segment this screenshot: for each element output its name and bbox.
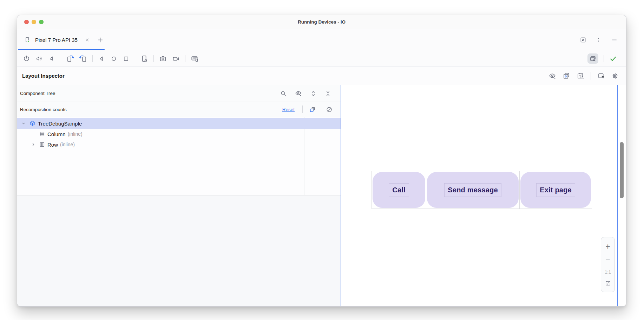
exit-page-button-label: Exit page: [536, 183, 575, 197]
component-tree-header: Component Tree: [17, 85, 341, 102]
close-window-button[interactable]: [24, 20, 29, 24]
toolbar-separator: [61, 55, 61, 62]
call-button-label: Call: [389, 183, 409, 197]
send-message-button[interactable]: Send message: [427, 172, 519, 208]
zoom-window-button[interactable]: [39, 20, 44, 24]
clear-counts-icon[interactable]: [326, 106, 333, 113]
search-icon[interactable]: [280, 90, 287, 97]
tree-node-column[interactable]: Column (inline): [17, 129, 341, 139]
title-bar: Running Devices - IO: [17, 15, 626, 29]
new-tab-icon[interactable]: [97, 37, 104, 43]
back-icon[interactable]: [98, 55, 105, 62]
layout-inspector-toggle-button[interactable]: [587, 53, 598, 64]
component-tree-title: Component Tree: [20, 91, 55, 96]
confirm-check-icon[interactable]: [609, 55, 617, 63]
component-tree-pane: Component Tree: [17, 85, 341, 306]
chevron-down-icon[interactable]: [20, 121, 27, 126]
tree-node-row[interactable]: Row (inline): [17, 139, 341, 150]
device-toolbar: [17, 51, 626, 67]
component-bounds: Exit page: [519, 171, 592, 209]
phone-device-icon: [24, 37, 31, 43]
main-content: Component Tree: [17, 85, 626, 306]
exit-page-button[interactable]: Exit page: [520, 172, 591, 208]
settings-gear-icon[interactable]: [611, 72, 619, 80]
home-icon[interactable]: [110, 55, 117, 62]
power-icon[interactable]: [23, 55, 30, 62]
visibility-filter-eye-icon[interactable]: [295, 90, 302, 97]
rotate-left-icon[interactable]: [66, 55, 74, 63]
select-component-icon[interactable]: [597, 72, 605, 80]
recomposition-actions: Reset: [282, 105, 333, 113]
toolbar-separator: [135, 55, 135, 62]
compose-node-icon: [29, 120, 36, 127]
call-button[interactable]: Call: [373, 172, 425, 208]
tree-node-label: TreeDebugSample: [38, 121, 82, 127]
header-separator: [591, 72, 591, 80]
tab-bar: Pixel 7 Pro API 35: [17, 29, 626, 51]
tree-node-label: Row: [47, 142, 58, 148]
layout-inspector-header: Layout Inspector: [17, 67, 626, 85]
tab-pixel-7-pro[interactable]: Pixel 7 Pro API 35: [24, 29, 90, 51]
actual-size-button[interactable]: 1:1: [605, 269, 611, 275]
active-tab-indicator: [18, 49, 105, 50]
recomposition-highlight-icon[interactable]: [309, 106, 316, 113]
tree-node-suffix: (inline): [68, 131, 83, 137]
close-tab-icon[interactable]: [85, 37, 90, 43]
row-separator: [302, 105, 303, 113]
volume-up-icon[interactable]: [35, 55, 43, 62]
recomposition-counts-row: Recomposition counts Reset: [17, 102, 341, 117]
recomposition-counts-label: Recomposition counts: [20, 107, 67, 112]
volume-down-icon[interactable]: [48, 55, 55, 62]
tree-node-treedebugsample[interactable]: TreeDebugSample: [17, 118, 341, 129]
hardware-input-icon[interactable]: [191, 55, 199, 63]
reset-counts-link[interactable]: Reset: [282, 107, 295, 112]
hide-toolwindow-icon[interactable]: [611, 37, 618, 43]
overview-icon[interactable]: [123, 55, 130, 62]
screen-record-video-icon[interactable]: [172, 55, 180, 63]
traffic-lights: [17, 20, 44, 24]
vertical-scrollbar[interactable]: [618, 85, 626, 306]
live-updates-icon[interactable]: [563, 72, 570, 80]
window-title: Running Devices - IO: [17, 19, 626, 25]
toolbar-separator: [92, 55, 93, 62]
more-options-icon[interactable]: [596, 37, 602, 43]
zoom-out-button[interactable]: −: [605, 256, 610, 264]
dock-window-icon[interactable]: [580, 37, 586, 43]
tree-pane-filler: [17, 196, 341, 306]
scrollbar-thumb[interactable]: [620, 142, 624, 198]
zoom-in-button[interactable]: +: [605, 243, 610, 251]
minimize-window-button[interactable]: [32, 20, 36, 24]
screenshot-camera-icon[interactable]: [159, 55, 167, 63]
device-screen-button-row: Call Send message Exit page: [372, 171, 592, 209]
running-devices-window: Running Devices - IO Pixel 7 Pro API 35: [17, 15, 626, 307]
fit-to-window-icon[interactable]: [605, 280, 611, 287]
row-layout-icon: [39, 141, 45, 148]
chevron-right-icon[interactable]: [30, 142, 37, 147]
device-render-pane: Call Send message Exit page + − 1:1: [341, 85, 618, 306]
toolbar-separator: [604, 55, 604, 62]
zoom-controls: + − 1:1: [601, 237, 615, 292]
toolbar-separator: [185, 55, 185, 62]
snapshot-export-icon[interactable]: [577, 72, 584, 80]
component-bounds: Call: [372, 171, 426, 209]
layout-inspector-title: Layout Inspector: [22, 73, 65, 79]
collapse-all-icon[interactable]: [324, 90, 331, 97]
tree-node-label: Column: [47, 131, 66, 137]
send-message-button-label: Send message: [444, 183, 501, 197]
component-bounds: Send message: [426, 171, 520, 209]
toolbar-separator: [153, 55, 154, 62]
rotate-right-icon[interactable]: [79, 55, 87, 63]
column-layout-icon: [39, 131, 45, 137]
tab-bar-actions: [580, 37, 618, 43]
expand-all-icon[interactable]: [310, 90, 317, 97]
device-settings-icon[interactable]: [140, 55, 148, 63]
component-tree: TreeDebugSample Column (inline): [17, 117, 341, 196]
tab-label: Pixel 7 Pro API 35: [35, 37, 78, 43]
view-options-eye-icon[interactable]: [548, 72, 556, 80]
tree-node-suffix: (inline): [60, 142, 75, 147]
